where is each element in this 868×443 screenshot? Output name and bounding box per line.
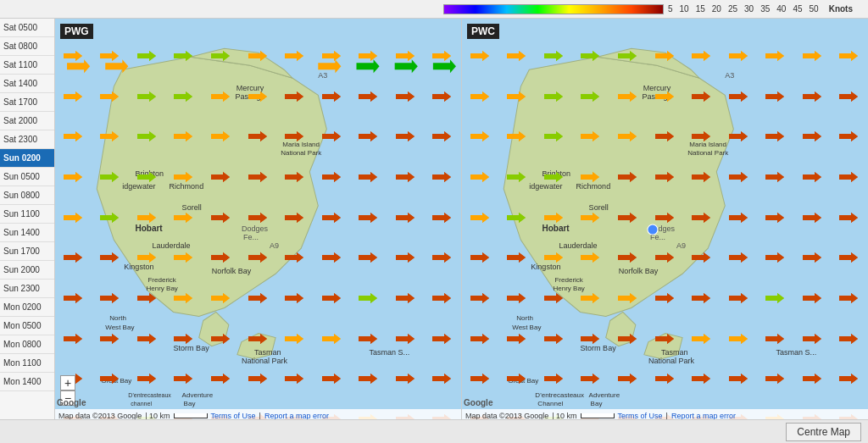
wind-arrow (137, 88, 156, 105)
wind-arrow (100, 47, 119, 64)
svg-marker-428 (507, 131, 526, 141)
svg-marker-438 (470, 172, 489, 182)
svg-marker-162 (100, 91, 119, 102)
svg-marker-169 (359, 91, 377, 102)
svg-marker-462 (544, 252, 563, 263)
svg-marker-214 (396, 252, 415, 263)
map-terrain-left: Mercury Passage Maria Island National Pa… (55, 19, 461, 419)
svg-marker-218 (137, 293, 156, 303)
wind-arrow (839, 47, 858, 64)
wind-arrow (507, 249, 526, 266)
wind-arrow (507, 128, 526, 145)
map-panel-left[interactable]: Mercury Passage Maria Island National Pa… (55, 19, 462, 419)
report-link-left[interactable]: Report a map error (264, 412, 329, 419)
wind-arrow (618, 128, 637, 145)
svg-marker-473 (544, 293, 563, 303)
map-panel-right[interactable]: Mercury Passage Maria Island National Pa… (462, 19, 868, 419)
time-item-sun2300[interactable]: Sun 2300 (0, 280, 54, 298)
wind-arrow (544, 209, 563, 226)
time-item-sun0200[interactable]: Sun 0200 (0, 149, 54, 168)
time-item-sat1400[interactable]: Sat 1400 (0, 75, 54, 93)
time-item-mon0800[interactable]: Mon 0800 (0, 335, 54, 354)
wind-arrow (655, 169, 674, 186)
wind-arrow (618, 370, 637, 387)
wind-arrow (64, 249, 82, 266)
centre-map-button[interactable]: Centre Map (786, 423, 861, 441)
svg-marker-439 (507, 172, 526, 182)
wind-arrow (248, 370, 267, 387)
map-terrain-right: Mercury Passage Maria Island National Pa… (462, 19, 868, 419)
wind-arrow (359, 88, 377, 105)
svg-marker-168 (322, 91, 341, 102)
wind-arrow (396, 330, 415, 347)
svg-marker-414 (803, 51, 821, 61)
wind-arrow (285, 330, 303, 347)
time-item-sun0500[interactable]: Sun 0500 (0, 168, 54, 186)
svg-marker-192 (396, 172, 415, 182)
time-item-sun1100[interactable]: Sun 1100 (0, 205, 54, 224)
svg-marker-219 (174, 293, 192, 303)
report-link-right[interactable]: Report a map error (671, 412, 736, 419)
time-item-mon1400[interactable]: Mon 1400 (0, 373, 54, 391)
time-item-sat0800[interactable]: Sat 0800 (0, 37, 54, 56)
svg-marker-201 (322, 213, 341, 223)
svg-marker-482 (470, 334, 489, 344)
svg-marker-173 (100, 131, 119, 141)
terms-link-left[interactable]: Terms of Use (211, 412, 256, 419)
wind-arrow (507, 169, 526, 186)
svg-marker-154 (211, 51, 230, 61)
svg-marker-246 (359, 374, 377, 384)
svg-marker-459 (839, 213, 858, 223)
time-item-sun2000[interactable]: Sun 2000 (0, 261, 54, 280)
wind-arrow (432, 330, 451, 347)
svg-marker-226 (432, 293, 451, 303)
time-item-sun1400[interactable]: Sun 1400 (0, 224, 54, 242)
wind-arrow (692, 330, 710, 347)
time-item-sat0500[interactable]: Sat 0500 (0, 19, 54, 37)
wind-arrows-right (462, 19, 868, 419)
wind-arrow (137, 128, 156, 145)
time-item-mon0500[interactable]: Mon 0500 (0, 317, 54, 335)
svg-marker-243 (248, 374, 267, 384)
wind-arrow (729, 330, 748, 347)
time-item-sat1700[interactable]: Sat 1700 (0, 93, 54, 112)
wind-arrow (655, 330, 674, 347)
map-data-text-left: Map data ©2013 Google (58, 412, 142, 419)
wind-arrow (507, 370, 526, 387)
svg-marker-176 (211, 131, 230, 141)
time-item-sun0800[interactable]: Sun 0800 (0, 186, 54, 205)
time-item-mon1100[interactable]: Mon 1100 (0, 354, 54, 373)
terms-link-right[interactable]: Terms of Use (618, 412, 663, 419)
svg-marker-158 (359, 51, 377, 61)
wind-arrow (692, 370, 710, 387)
legend-tick-8: 40 (776, 4, 786, 14)
zoom-in-left[interactable]: + (60, 375, 75, 390)
legend-tick-1: 5 (668, 4, 673, 14)
wind-arrow (285, 290, 303, 307)
svg-marker-437 (839, 131, 858, 141)
svg-marker-181 (396, 131, 415, 141)
wind-arrow (507, 47, 526, 64)
svg-marker-444 (692, 172, 710, 182)
time-item-sun1700[interactable]: Sun 1700 (0, 242, 54, 261)
svg-marker-231 (211, 334, 230, 344)
time-item-sat2300[interactable]: Sat 2300 (0, 130, 54, 149)
wind-arrow (544, 169, 563, 186)
time-item-sat1100[interactable]: Sat 1100 (0, 56, 54, 75)
time-item-mon0200[interactable]: Mon 0200 (0, 298, 54, 317)
time-item-sat2000[interactable]: Sat 2000 (0, 112, 54, 130)
wind-arrow (248, 88, 267, 105)
wind-arrow (100, 330, 119, 347)
svg-marker-488 (692, 334, 710, 344)
wind-arrow (839, 249, 858, 266)
svg-marker-193 (432, 172, 451, 182)
svg-marker-456 (729, 213, 748, 223)
svg-marker-242 (211, 374, 230, 384)
wind-arrow (211, 169, 230, 186)
svg-marker-425 (803, 91, 821, 102)
svg-marker-443 (655, 172, 674, 182)
wind-arrow (211, 209, 230, 226)
wind-arrow (174, 290, 192, 307)
wind-arrow (359, 249, 377, 266)
wind-arrow (765, 88, 784, 105)
